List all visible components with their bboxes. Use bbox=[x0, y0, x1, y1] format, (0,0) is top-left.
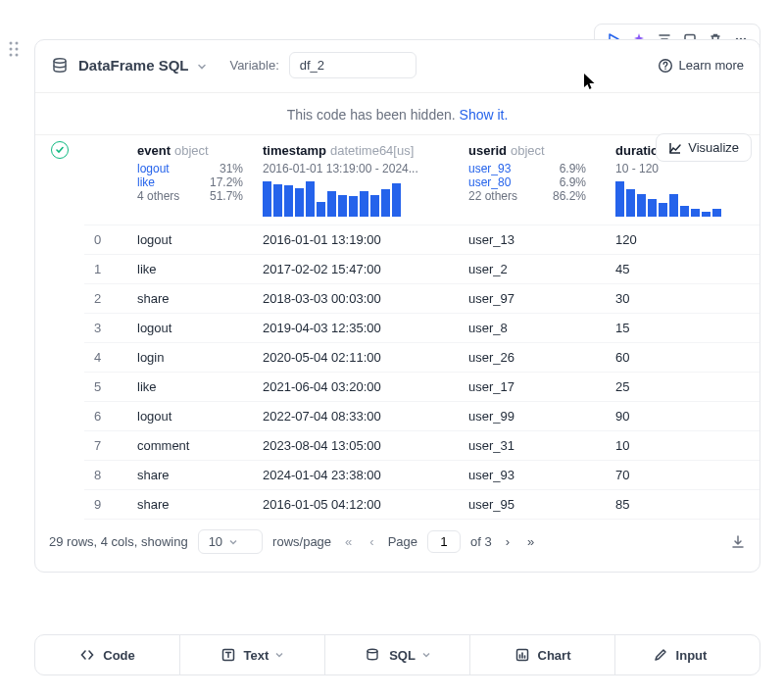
variable-label: Variable: bbox=[229, 58, 278, 73]
code-icon bbox=[79, 647, 95, 663]
cell-timestamp: 2020-05-04 02:11:00 bbox=[253, 343, 459, 373]
visualize-button[interactable]: Visualize bbox=[656, 133, 752, 162]
learn-more-link[interactable]: Learn more bbox=[658, 58, 744, 74]
cell-duration: 85 bbox=[606, 490, 760, 520]
cell-event: logout bbox=[127, 314, 253, 343]
pagination-footer: 29 rows, 4 cols, showing 10 rows/page « … bbox=[35, 520, 760, 560]
cell-userid: user_2 bbox=[459, 255, 606, 284]
table-row[interactable]: 3 logout 2019-04-03 12:35:00 user_8 15 bbox=[84, 314, 760, 343]
cell-title-label: DataFrame SQL bbox=[78, 57, 188, 74]
histogram-timestamp bbox=[263, 181, 449, 217]
cell-duration: 60 bbox=[606, 343, 760, 373]
cell-timestamp: 2018-03-03 00:03:00 bbox=[253, 284, 459, 314]
last-page-icon[interactable]: » bbox=[523, 532, 538, 551]
cell-event: logout bbox=[127, 225, 253, 255]
row-index: 2 bbox=[84, 284, 127, 314]
prev-page-icon[interactable]: ‹ bbox=[366, 532, 377, 551]
cell-duration: 120 bbox=[606, 225, 760, 255]
cell-duration: 45 bbox=[606, 255, 760, 284]
table-row[interactable]: 6 logout 2022-07-04 08:33:00 user_99 90 bbox=[84, 402, 760, 431]
cell-userid: user_95 bbox=[459, 490, 606, 520]
chevron-down-icon bbox=[196, 61, 208, 73]
add-cell-bar: Code Text SQL Chart Input bbox=[34, 634, 760, 675]
svg-point-12 bbox=[664, 68, 666, 70]
hidden-code-text: This code has been hidden. bbox=[287, 107, 460, 123]
success-check-icon bbox=[51, 141, 69, 159]
cell-duration: 90 bbox=[606, 402, 760, 431]
table-row[interactable]: 8 share 2024-01-04 23:38:00 user_93 70 bbox=[84, 461, 760, 490]
help-icon bbox=[658, 58, 673, 74]
column-header-timestamp[interactable]: timestampdatetime64[us] 2016-01-01 13:19… bbox=[253, 135, 459, 225]
cell-userid: user_13 bbox=[459, 225, 606, 255]
cursor-icon bbox=[583, 73, 597, 90]
cell-userid: user_26 bbox=[459, 343, 606, 373]
cell-userid: user_97 bbox=[459, 284, 606, 314]
cell-duration: 25 bbox=[606, 373, 760, 402]
chevron-down-icon bbox=[228, 537, 238, 547]
cell-userid: user_93 bbox=[459, 461, 606, 490]
cell-event: share bbox=[127, 284, 253, 314]
chart-bar-icon bbox=[514, 647, 530, 663]
visualize-label: Visualize bbox=[688, 140, 739, 155]
svg-point-4 bbox=[10, 54, 13, 57]
table-row[interactable]: 7 comment 2023-08-04 13:05:00 user_31 10 bbox=[84, 431, 760, 461]
cell-timestamp: 2022-07-04 08:33:00 bbox=[253, 402, 459, 431]
svg-point-5 bbox=[16, 54, 19, 57]
chart-line-icon bbox=[668, 141, 682, 155]
cell-event: comment bbox=[127, 431, 253, 461]
row-index: 7 bbox=[84, 431, 127, 461]
table-row[interactable]: 4 login 2020-05-04 02:11:00 user_26 60 bbox=[84, 343, 760, 373]
histogram-duration bbox=[615, 181, 750, 217]
column-header-userid[interactable]: useridobject user_936.9% user_806.9% 22 … bbox=[459, 135, 606, 225]
add-text-button[interactable]: Text bbox=[180, 635, 325, 674]
cell-timestamp: 2017-02-02 15:47:00 bbox=[253, 255, 459, 284]
rows-per-page-select[interactable]: 10 bbox=[198, 529, 263, 554]
add-code-button[interactable]: Code bbox=[35, 635, 180, 674]
row-index: 1 bbox=[84, 255, 127, 284]
cell-timestamp: 2016-01-01 13:19:00 bbox=[253, 225, 459, 255]
learn-more-label: Learn more bbox=[679, 58, 744, 73]
text-icon bbox=[220, 647, 236, 663]
add-chart-button[interactable]: Chart bbox=[470, 635, 615, 674]
sql-icon bbox=[364, 647, 381, 663]
cell-duration: 30 bbox=[606, 284, 760, 314]
cell-type-dropdown[interactable]: DataFrame SQL bbox=[78, 57, 208, 74]
table-row[interactable]: 2 share 2018-03-03 00:03:00 user_97 30 bbox=[84, 284, 760, 314]
cell-userid: user_8 bbox=[459, 314, 606, 343]
cell-event: like bbox=[127, 255, 253, 284]
page-input[interactable] bbox=[427, 530, 461, 553]
cell-timestamp: 2016-01-05 04:12:00 bbox=[253, 490, 459, 520]
chevron-down-icon bbox=[421, 650, 431, 660]
first-page-icon[interactable]: « bbox=[341, 532, 356, 551]
cell-header: DataFrame SQL Variable: Learn more bbox=[35, 40, 760, 92]
variable-input[interactable] bbox=[289, 52, 416, 78]
row-index: 5 bbox=[84, 373, 127, 402]
table-row[interactable]: 9 share 2016-01-05 04:12:00 user_95 85 bbox=[84, 490, 760, 520]
download-icon[interactable] bbox=[730, 534, 746, 550]
chevron-down-icon bbox=[712, 650, 722, 660]
svg-point-10 bbox=[54, 58, 66, 62]
result-area: Visualize eventobject logout31% like17.2… bbox=[35, 135, 760, 572]
pencil-icon bbox=[653, 647, 668, 663]
cell-event: logout bbox=[127, 402, 253, 431]
next-page-icon[interactable]: › bbox=[502, 532, 514, 551]
svg-point-1 bbox=[16, 42, 19, 45]
cell-duration: 15 bbox=[606, 314, 760, 343]
drag-handle-icon[interactable] bbox=[9, 41, 19, 57]
row-index: 0 bbox=[84, 225, 127, 255]
add-input-button[interactable]: Input bbox=[615, 635, 760, 674]
row-index: 9 bbox=[84, 490, 127, 520]
table-row[interactable]: 5 like 2021-06-04 03:20:00 user_17 25 bbox=[84, 373, 760, 402]
table-row[interactable]: 1 like 2017-02-02 15:47:00 user_2 45 bbox=[84, 255, 760, 284]
cell-event: share bbox=[127, 461, 253, 490]
table-row[interactable]: 0 logout 2016-01-01 13:19:00 user_13 120 bbox=[84, 225, 760, 255]
column-header-event[interactable]: eventobject logout31% like17.2% 4 others… bbox=[127, 135, 253, 225]
cell-event: share bbox=[127, 490, 253, 520]
add-sql-button[interactable]: SQL bbox=[325, 635, 470, 674]
cell-duration: 10 bbox=[606, 431, 760, 461]
row-index: 8 bbox=[84, 461, 127, 490]
show-code-link[interactable]: Show it. bbox=[460, 107, 509, 123]
chevron-down-icon bbox=[274, 650, 284, 660]
cell-userid: user_31 bbox=[459, 431, 606, 461]
row-index: 4 bbox=[84, 343, 127, 373]
